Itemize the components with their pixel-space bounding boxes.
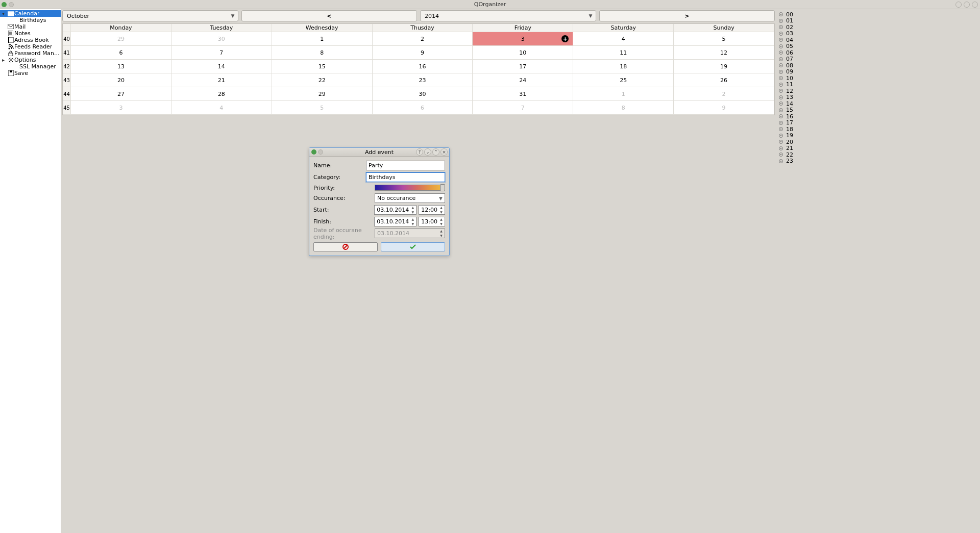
sidebar-item-feeds[interactable]: Feeds Reader <box>0 43 61 50</box>
prev-button[interactable]: < <box>241 10 418 21</box>
calendar-cell[interactable]: 4 <box>172 101 272 115</box>
calendar-cell[interactable]: 1 <box>573 87 674 101</box>
hour-row[interactable]: 22 <box>779 151 980 158</box>
sidebar-item-calendar[interactable]: ▾ Calendar <box>0 10 61 17</box>
calendar-cell[interactable]: 13 <box>71 60 172 73</box>
calendar-cell[interactable]: 7 <box>172 46 272 60</box>
calendar-cell[interactable]: 10 <box>473 46 573 60</box>
calendar-cell[interactable]: 29 <box>71 32 172 46</box>
calendar-cell[interactable]: 23 <box>373 73 473 87</box>
expand-arrow-icon[interactable]: ▾ <box>2 11 7 16</box>
calendar-cell[interactable]: 11 <box>573 46 674 60</box>
hour-row[interactable]: 16 <box>779 113 980 120</box>
priority-slider[interactable] <box>375 185 445 191</box>
spin-up-icon[interactable]: ▲ <box>410 217 415 222</box>
calendar-cell[interactable]: 25 <box>573 73 674 87</box>
expand-arrow-icon[interactable]: ▸ <box>2 57 7 63</box>
sidebar-item-password[interactable]: Password Man... <box>0 50 61 57</box>
spin-down-icon[interactable]: ▼ <box>438 222 444 226</box>
hour-row[interactable]: 01 <box>779 18 980 24</box>
calendar-cell[interactable]: 4 <box>573 32 674 46</box>
calendar-cell[interactable]: 30 <box>172 32 272 46</box>
calendar-cell[interactable]: 21 <box>172 73 272 87</box>
calendar-cell[interactable]: 8 <box>573 101 674 115</box>
minimize-button[interactable] <box>955 2 962 8</box>
hour-row[interactable]: 05 <box>779 43 980 50</box>
dialog-close-button[interactable]: × <box>440 148 448 156</box>
calendar-cell[interactable]: 29 <box>272 87 373 101</box>
finish-date-input[interactable]: 03.10.2014▲▼ <box>374 217 416 226</box>
calendar-cell[interactable]: 19 <box>674 60 774 73</box>
spin-up-icon[interactable]: ▲ <box>438 206 444 210</box>
cancel-button[interactable] <box>313 242 378 251</box>
calendar-cell[interactable]: 6 <box>71 46 172 60</box>
calendar-cell[interactable]: 3+ <box>473 32 573 46</box>
calendar-cell[interactable]: 22 <box>272 73 373 87</box>
calendar-cell[interactable]: 9 <box>674 101 774 115</box>
sidebar-item-options[interactable]: ▸ Options <box>0 57 61 63</box>
next-button[interactable]: > <box>599 10 775 21</box>
calendar-cell[interactable]: 17 <box>473 60 573 73</box>
calendar-cell[interactable]: 2 <box>674 87 774 101</box>
calendar-cell[interactable]: 6 <box>373 101 473 115</box>
sidebar-item-mail[interactable]: Mail <box>0 23 61 30</box>
hour-row[interactable]: 07 <box>779 56 980 63</box>
hour-row[interactable]: 10 <box>779 75 980 82</box>
calendar-cell[interactable]: 30 <box>373 87 473 101</box>
hour-row[interactable]: 17 <box>779 120 980 126</box>
spin-down-icon[interactable]: ▼ <box>410 210 415 215</box>
calendar-cell[interactable]: 2 <box>373 32 473 46</box>
start-time-input[interactable]: 12:00▲▼ <box>419 205 445 215</box>
add-event-icon[interactable]: + <box>561 35 569 42</box>
dialog-titlebar[interactable]: Add event ? ⌄ ⌃ × <box>309 148 449 157</box>
calendar-cell[interactable]: 5 <box>272 101 373 115</box>
hour-row[interactable]: 23 <box>779 158 980 165</box>
spin-up-icon[interactable]: ▲ <box>410 206 415 210</box>
dialog-up-button[interactable]: ⌃ <box>432 148 439 156</box>
hour-row[interactable]: 21 <box>779 145 980 152</box>
calendar-cell[interactable]: 1 <box>272 32 373 46</box>
sidebar-item-addressbook[interactable]: Adress Book <box>0 37 61 43</box>
sidebar-item-notes[interactable]: Notes <box>0 30 61 37</box>
category-input[interactable] <box>366 172 445 182</box>
hour-row[interactable]: 14 <box>779 100 980 107</box>
calendar-cell[interactable]: 24 <box>473 73 573 87</box>
hour-row[interactable]: 11 <box>779 82 980 88</box>
sidebar-item-birthdays[interactable]: Birthdays <box>0 17 61 23</box>
sidebar-item-ssl[interactable]: SSL Manager <box>0 63 61 70</box>
calendar-cell[interactable]: 16 <box>373 60 473 73</box>
calendar-cell[interactable]: 14 <box>172 60 272 73</box>
calendar-cell[interactable]: 3 <box>71 101 172 115</box>
spin-up-icon[interactable]: ▲ <box>438 217 444 222</box>
calendar-cell[interactable]: 15 <box>272 60 373 73</box>
close-button[interactable] <box>972 2 978 8</box>
hour-row[interactable]: 20 <box>779 139 980 145</box>
start-date-input[interactable]: 03.10.2014▲▼ <box>374 205 416 215</box>
hour-row[interactable]: 12 <box>779 88 980 94</box>
month-select[interactable]: October ▼ <box>62 10 238 21</box>
calendar-cell[interactable]: 9 <box>373 46 473 60</box>
hour-row[interactable]: 03 <box>779 31 980 37</box>
calendar-cell[interactable]: 27 <box>71 87 172 101</box>
calendar-cell[interactable]: 8 <box>272 46 373 60</box>
spin-down-icon[interactable]: ▼ <box>438 210 444 215</box>
sidebar-item-save[interactable]: Save <box>0 70 61 77</box>
calendar-cell[interactable]: 28 <box>172 87 272 101</box>
calendar-cell[interactable]: 18 <box>573 60 674 73</box>
hour-row[interactable]: 19 <box>779 133 980 139</box>
year-select[interactable]: 2014 ▼ <box>420 10 596 21</box>
hour-row[interactable]: 15 <box>779 107 980 114</box>
hour-row[interactable]: 18 <box>779 126 980 133</box>
dialog-help-button[interactable]: ? <box>416 148 423 156</box>
hour-row[interactable]: 09 <box>779 69 980 75</box>
hour-row[interactable]: 04 <box>779 37 980 43</box>
calendar-cell[interactable]: 7 <box>473 101 573 115</box>
occurance-select[interactable]: No occurance ▼ <box>375 193 445 203</box>
dialog-shade-button[interactable]: ⌄ <box>424 148 431 156</box>
hour-row[interactable]: 00 <box>779 11 980 18</box>
calendar-cell[interactable]: 31 <box>473 87 573 101</box>
hour-row[interactable]: 06 <box>779 49 980 56</box>
hour-row[interactable]: 13 <box>779 94 980 101</box>
calendar-cell[interactable]: 20 <box>71 73 172 87</box>
ok-button[interactable] <box>381 242 445 251</box>
